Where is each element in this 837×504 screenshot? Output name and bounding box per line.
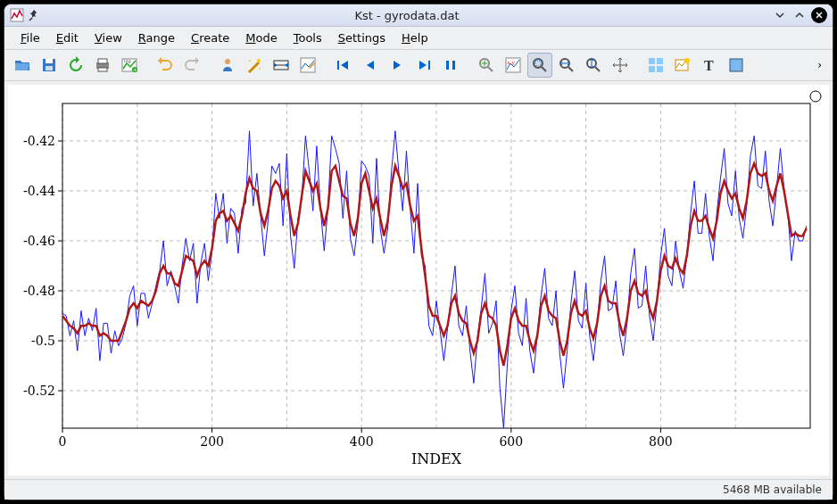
data-wizard-button[interactable] [242, 53, 267, 78]
undo-icon [156, 56, 174, 74]
svg-text:T: T [704, 58, 714, 73]
edit-object-icon [299, 56, 317, 74]
zoom-in-icon [477, 56, 495, 74]
menubar: FileEditViewRangeCreateModeToolsSettings… [4, 27, 833, 49]
save-button[interactable] [37, 53, 62, 78]
text-button[interactable]: T [697, 53, 722, 78]
layout-grid-button[interactable] [643, 53, 668, 78]
back-end-button[interactable] [331, 53, 356, 78]
undo-button[interactable] [153, 53, 178, 78]
pin-icon[interactable] [28, 9, 40, 21]
svg-text:INDEX: INDEX [411, 450, 462, 467]
back-icon [361, 56, 379, 74]
svg-marker-24 [394, 61, 401, 70]
plot-area[interactable]: -0.52-0.5-0.48-0.46-0.44-0.4202004006008… [8, 85, 829, 475]
forward-end-icon [415, 56, 433, 74]
svg-point-52 [810, 91, 821, 102]
titlebar[interactable]: Kst - gyrodata.dat [4, 4, 833, 27]
svg-rect-37 [535, 61, 541, 66]
svg-rect-5 [46, 59, 53, 63]
svg-text:-0.44: -0.44 [23, 184, 55, 198]
window-title: Kst - gyrodata.dat [46, 9, 768, 22]
zoom-x-button[interactable] [554, 53, 579, 78]
forward-end-button[interactable] [411, 53, 436, 78]
zoom-rect-button[interactable] [527, 53, 552, 78]
edit-object-button[interactable] [295, 53, 320, 78]
memory-status: 5468 MB available [723, 483, 822, 496]
redo-icon [183, 56, 201, 74]
svg-rect-28 [452, 61, 455, 70]
menu-create[interactable]: Create [184, 29, 236, 46]
svg-point-17 [259, 68, 261, 70]
back-button[interactable] [358, 53, 383, 78]
svg-text:400: 400 [350, 434, 374, 449]
menu-range[interactable]: Range [131, 29, 182, 46]
svg-line-1 [29, 18, 32, 21]
zoom-y-button[interactable] [581, 53, 606, 78]
svg-text:x,y: x,y [507, 59, 515, 66]
move-icon [611, 56, 629, 74]
menu-help[interactable]: Help [394, 29, 435, 46]
reload-icon [67, 56, 85, 74]
window-close-button[interactable] [811, 7, 827, 23]
svg-point-15 [257, 59, 261, 62]
log-icon: log+ [120, 56, 138, 74]
svg-marker-23 [367, 61, 374, 70]
svg-point-14 [225, 59, 230, 64]
layout-grid-icon [647, 56, 665, 74]
zoom-in-button[interactable] [474, 53, 499, 78]
window-minimize-button[interactable] [772, 7, 788, 23]
range-button[interactable] [269, 53, 294, 78]
menu-file[interactable]: File [13, 29, 47, 46]
print-button[interactable] [90, 53, 115, 78]
new-tab-button[interactable] [670, 53, 695, 78]
plot-svg: -0.52-0.5-0.48-0.46-0.44-0.4202004006008… [9, 86, 828, 475]
box-button[interactable] [724, 53, 749, 78]
forward-icon [388, 56, 406, 74]
open-button[interactable] [10, 53, 35, 78]
back-end-icon [335, 56, 352, 74]
svg-line-39 [568, 67, 573, 71]
svg-rect-44 [649, 58, 655, 64]
open-icon [13, 56, 31, 74]
svg-rect-6 [46, 66, 53, 70]
svg-line-36 [542, 67, 546, 71]
svg-rect-47 [657, 66, 663, 72]
svg-marker-26 [419, 61, 427, 70]
data-wizard-icon [245, 56, 263, 74]
svg-marker-22 [341, 61, 348, 70]
svg-text:800: 800 [649, 434, 673, 449]
move-button[interactable] [608, 53, 633, 78]
forward-button[interactable] [385, 53, 410, 78]
menu-settings[interactable]: Settings [331, 29, 393, 46]
zoom-xy-icon: x,y [504, 56, 522, 74]
svg-text:600: 600 [499, 434, 523, 449]
zoom-xy-button[interactable]: x,y [501, 53, 526, 78]
toolbar-overflow-button[interactable]: › [812, 59, 827, 71]
zoom-y-icon [584, 56, 602, 74]
svg-text:200: 200 [200, 434, 224, 449]
data-manager-button[interactable] [215, 53, 240, 78]
log-button[interactable]: log+ [117, 53, 142, 78]
svg-text:0: 0 [59, 434, 67, 449]
menu-edit[interactable]: Edit [49, 29, 86, 46]
pause-button[interactable] [438, 53, 463, 78]
svg-rect-91 [62, 103, 810, 428]
menu-view[interactable]: View [87, 29, 129, 46]
menu-tools[interactable]: Tools [286, 29, 329, 46]
menu-mode[interactable]: Mode [238, 29, 284, 46]
zoom-x-icon [558, 56, 576, 74]
app-icon [10, 8, 24, 22]
svg-point-49 [684, 58, 690, 63]
redo-button[interactable] [179, 53, 204, 78]
app-window: Kst - gyrodata.dat FileEditViewRangeCrea… [4, 4, 833, 500]
svg-text:-0.52: -0.52 [23, 384, 55, 398]
window-maximize-button[interactable] [791, 7, 808, 23]
svg-point-16 [249, 60, 251, 62]
svg-line-41 [595, 67, 600, 71]
reload-button[interactable] [63, 53, 88, 78]
svg-rect-27 [446, 61, 449, 70]
statusbar: 5468 MB available [4, 479, 833, 500]
svg-rect-21 [337, 61, 339, 70]
svg-rect-8 [98, 59, 107, 63]
